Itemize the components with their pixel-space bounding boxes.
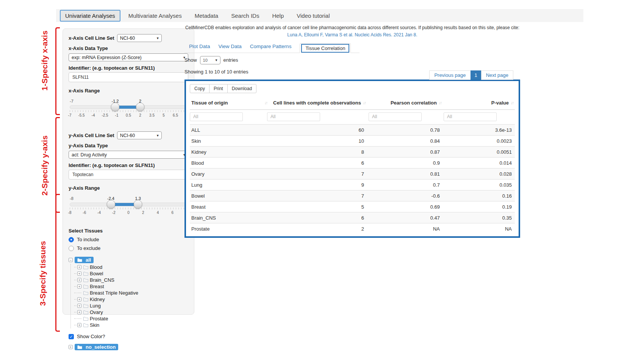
column-header-tissue-of-origin[interactable]: Tissue of origin ↓↑ — [191, 100, 267, 106]
result-tabs: Plot Data View Data Compare Patterns Tis… — [184, 41, 360, 53]
previous-page-button[interactable]: Previous page — [429, 70, 470, 80]
sort-icon[interactable]: ↓↑ — [439, 100, 441, 105]
show-color-label: Show Color? — [77, 334, 105, 339]
y-axis-cell-line-set-select[interactable]: NCI-60 ▾ — [117, 131, 162, 139]
copy-button[interactable]: Copy — [190, 84, 209, 93]
tree-node-skin[interactable]: + Skin — [74, 322, 188, 328]
folder-icon — [77, 258, 82, 262]
citation-link[interactable]: Luna A, Elloumi F, Varma S et al. Nuclei… — [184, 31, 520, 38]
expand-icon[interactable]: + — [77, 265, 81, 269]
print-button[interactable]: Print — [209, 84, 228, 93]
cell-count: 6 — [267, 160, 366, 166]
expand-icon[interactable]: + — [77, 284, 81, 289]
tree-node-lung[interactable]: + Lung — [74, 303, 188, 309]
x-axis-identifier-input[interactable] — [69, 72, 188, 82]
tree-node-bowel[interactable]: + Bowel — [74, 270, 188, 277]
checkbox-checked-icon: ✓ — [69, 334, 74, 339]
filter-tissue-input[interactable] — [190, 112, 243, 121]
nav-tab-help[interactable]: Help — [266, 12, 290, 19]
nav-tab-metadata[interactable]: Metadata — [188, 12, 225, 19]
tree-node-no-selection[interactable]: no_selection — [75, 344, 118, 350]
chevron-down-icon: ▾ — [216, 58, 217, 62]
sort-icon[interactable]: ↓↑ — [264, 100, 267, 105]
expand-icon[interactable]: + — [77, 304, 81, 308]
slider-track[interactable] — [70, 105, 187, 109]
download-button[interactable]: Download — [227, 84, 256, 93]
tab-compare-patterns[interactable]: Compare Patterns — [250, 44, 292, 49]
x-range-to-handle[interactable] — [136, 103, 145, 111]
column-header-pearson-correlation[interactable]: Pearson correlation ↓↑ — [366, 100, 441, 106]
y-axis-range-slider[interactable]: -8 8 -2.4 1.3 -8 -6 -4 -2 0 2 4 6 8 — [70, 196, 187, 216]
y-axis-data-type-select[interactable]: act: Drug Activity ▾ — [69, 151, 188, 159]
tree-node-ovary[interactable]: + Ovary — [74, 309, 188, 315]
collapse-icon[interactable]: − — [69, 258, 73, 262]
folder-icon — [83, 304, 88, 308]
tab-tissue-correlation[interactable]: Tissue Correlation — [300, 43, 351, 53]
x-range-from-handle[interactable] — [111, 103, 119, 111]
tree-node-prostate[interactable]: Prostate — [74, 315, 188, 322]
cell-count: 8 — [267, 149, 366, 155]
filter-pearson-input[interactable] — [369, 112, 422, 121]
expand-icon[interactable]: + — [77, 272, 81, 276]
tab-tissue-correlation-label: Tissue Correlation — [301, 44, 349, 53]
cell-tissue: ALL — [191, 127, 267, 133]
cell-p-value: 0.0051 — [441, 149, 513, 155]
nav-tab-multivariate-analyses[interactable]: Multivariate Analyses — [122, 12, 188, 19]
table-row: Bowel 7 -0.6 0.16 — [190, 190, 515, 201]
tree-node-brain-cns[interactable]: + Brain_CNS — [74, 277, 188, 283]
main-content: CellMinerCDB enables exploration and ana… — [184, 24, 520, 238]
tree-connector — [77, 318, 81, 319]
expand-icon[interactable]: + — [77, 278, 81, 282]
cell-pearson: 0.47 — [366, 215, 441, 221]
tree-node-kidney[interactable]: + Kidney — [74, 296, 188, 303]
tree-node-breast-triple-negative[interactable]: Breast Triple Negative — [74, 290, 188, 296]
slider-track[interactable] — [70, 203, 187, 206]
nav-tab-univariate-analyses[interactable]: Univariate Analyses — [60, 10, 120, 22]
chevron-down-icon: ▾ — [157, 133, 159, 137]
table-row: Brain_CNS 6 0.47 0.35 — [190, 212, 515, 223]
cell-pearson: 0.69 — [366, 204, 441, 210]
tree-node-all-label: all — [86, 257, 91, 263]
to-include-radio[interactable]: To include — [69, 237, 188, 242]
expand-icon[interactable]: + — [77, 323, 81, 327]
tree-node-all[interactable]: all — [75, 257, 94, 263]
x-axis-data-type-select[interactable]: exp: mRNA Expression (Z-Score) ▾ — [69, 53, 188, 61]
tick-label: -2 — [112, 211, 116, 215]
tab-view-data[interactable]: View Data — [219, 44, 242, 49]
cell-p-value: 0.035 — [441, 182, 513, 188]
y-range-min-label: -8 — [70, 196, 73, 201]
sort-icon[interactable]: ↓↑ — [363, 100, 366, 105]
y-range-from-handle[interactable] — [106, 200, 115, 209]
column-header-p-value[interactable]: P-value ↓↑ — [441, 100, 513, 106]
expand-icon[interactable]: + — [77, 297, 81, 301]
tree-node-blood[interactable]: + Blood — [74, 264, 188, 270]
cell-pearson: NA — [366, 226, 441, 232]
tree-node-label: Blood — [90, 264, 102, 270]
nav-tab-search-ids[interactable]: Search IDs — [225, 12, 266, 19]
cell-p-value: 0.35 — [441, 215, 513, 221]
next-page-button[interactable]: Next page — [481, 70, 513, 80]
tab-plot-data[interactable]: Plot Data — [189, 44, 210, 49]
top-navigation: Univariate Analyses Multivariate Analyse… — [56, 9, 583, 22]
cell-tissue: Blood — [191, 160, 267, 166]
nav-tab-video-tutorial[interactable]: Video tutorial — [290, 12, 336, 19]
column-header-cell-lines[interactable]: Cell lines with complete observations ↓↑ — [267, 100, 366, 106]
sort-icon[interactable]: ↓↑ — [511, 100, 513, 105]
y-range-to-handle[interactable] — [134, 200, 142, 209]
filter-cell-lines-input[interactable] — [267, 112, 320, 121]
to-exclude-radio[interactable]: To exclude — [69, 245, 188, 251]
annotation-step1-label: 1-Specify x-axis — [40, 27, 49, 95]
y-axis-identifier-input[interactable] — [69, 170, 188, 179]
expand-icon[interactable]: + — [77, 310, 81, 314]
show-color-checkbox[interactable]: ✓ Show Color? — [69, 334, 188, 339]
folder-icon — [83, 272, 88, 276]
tree-node-breast[interactable]: + Breast — [74, 283, 188, 290]
expand-icon[interactable]: + — [69, 345, 73, 349]
filter-p-value-input[interactable] — [444, 112, 497, 121]
entries-count-select[interactable]: 10 ▾ — [200, 56, 220, 64]
x-axis-range-slider[interactable]: -7 8 -1.2 2 -7 -5.5 -4 -2.5 -1 0.5 2 3.5… — [70, 99, 187, 119]
page-1-button[interactable]: 1 — [470, 70, 481, 80]
cell-tissue: Skin — [191, 138, 267, 144]
x-axis-cell-line-set-select[interactable]: NCI-60 ▾ — [117, 34, 162, 42]
cell-tissue: Lung — [191, 182, 267, 188]
